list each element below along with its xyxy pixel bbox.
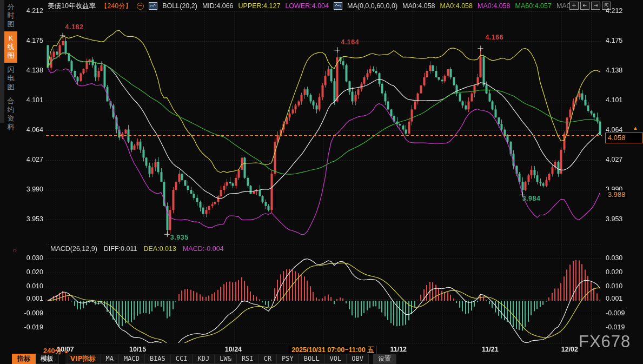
axis-tick: -0.019 [18, 323, 43, 331]
macd-settings-icon[interactable]: ☼ [12, 247, 17, 253]
toolbar-button-macd[interactable]: MACD [119, 354, 145, 364]
toolbar-button-boll[interactable]: BOLL [299, 354, 325, 364]
ma0-white-value: MA0:4.058 [402, 2, 435, 10]
time-label: 10/15 [129, 346, 146, 353]
axis-tick: 3.953 [18, 215, 43, 223]
ma-indicator-icon [334, 2, 342, 10]
axis-tick: -0.019 [606, 323, 640, 331]
boll-lower-value: LOWER:4.004 [285, 2, 329, 10]
axis-tick: 0.010 [18, 282, 43, 290]
axis-tick: 4.064 [18, 126, 43, 134]
axis-tick: 4.101 [606, 96, 640, 104]
toolbar-button-[interactable]: 设置 [373, 354, 396, 364]
axis-tick: 0.001 [606, 295, 640, 302]
time-axis: 10/0710/1510/242025/10/31 07:00~11:00 五1… [16, 345, 643, 354]
axis-right-icon[interactable]: ⇥ [591, 2, 600, 10]
instrument-title: 美债10年收益率 [48, 2, 96, 11]
toolbar-button-[interactable]: 指标 [12, 354, 36, 364]
ma60-value: MA60:4.057 [515, 2, 552, 10]
axis-tick: 4.138 [18, 67, 43, 74]
axis-tick: 0.001 [18, 295, 43, 302]
axis-tick: 0.010 [606, 282, 640, 290]
price-annotation: 4.164 [341, 38, 359, 46]
sidebar-edge-strip [0, 0, 4, 123]
toolbar-button-[interactable]: 模板 [36, 354, 59, 364]
ma0-yellow-value: MA0:4.058 [440, 2, 473, 10]
time-label: 11/12 [390, 346, 407, 353]
axis-tick: 4.027 [18, 156, 43, 163]
time-label: 10/07 [57, 346, 74, 353]
macd-header: MACD(26,12,9) DIFF:0.011 DEA:0.013 MACD:… [50, 245, 224, 253]
collapse-icon[interactable] [137, 3, 144, 10]
axis-tick: 3.990 [18, 186, 43, 193]
ma0-magenta-value: MA0:4.058 [478, 2, 510, 10]
left-axis: 4.2124.1754.1384.1014.0644.0273.9903.953… [18, 0, 43, 346]
time-label: 12/02 [561, 346, 578, 353]
boll-indicator-icon [149, 2, 157, 10]
axis-tick: 0.030 [18, 254, 43, 262]
toolbar-button-cci[interactable]: CCI [171, 354, 193, 364]
axis-tick: 4.212 [18, 7, 43, 15]
price-annotation: 4.166 [485, 34, 503, 41]
sidebar-item-flash-chart[interactable]: 闪电图 [4, 63, 17, 94]
macd-diff-value: DIFF:0.011 [104, 245, 137, 253]
toolbar-button-vol[interactable]: VOL [325, 354, 347, 364]
axis-tick: 4.027 [606, 156, 640, 163]
sidebar-item-kline-chart[interactable]: K线图 [4, 31, 17, 63]
toolbar-button-psy[interactable]: PSY [277, 354, 299, 364]
boll-label: BOLL(20,2) [162, 2, 197, 10]
period-badge[interactable]: 【240分】 [101, 2, 132, 11]
axis-left-icon[interactable]: ⇤ [580, 2, 589, 10]
macd-dea-value: DEA:0.013 [143, 245, 176, 253]
boll-mid-value: MID:4.066 [202, 2, 234, 10]
app-window: { "header": { "title": "美债10年收益率", "peri… [0, 0, 643, 364]
price-annotation: 4.182 [65, 23, 84, 31]
chart-canvas[interactable] [0, 0, 643, 364]
toolbar-button-kdj[interactable]: KDJ [193, 354, 215, 364]
price-arrow-icon: ▲ [633, 125, 638, 131]
time-label: 10/24 [225, 346, 242, 353]
axis-tick: 4.175 [606, 37, 640, 44]
view-sidebar: 分时图 K线图 闪电图 合约资料 [4, 0, 17, 364]
secondary-price-tag: 3.988 [606, 190, 627, 198]
sidebar-item-time-chart[interactable]: 分时图 [4, 0, 17, 31]
toolbar-button-cr[interactable]: CR [259, 354, 277, 364]
macd-macd-value: MACD:-0.004 [183, 245, 224, 253]
axis-tick: 4.212 [606, 7, 640, 15]
toolbar-button-lw[interactable]: LW& [215, 354, 237, 364]
axis-tick: 4.138 [606, 67, 640, 74]
axis-tick: 0.030 [606, 254, 640, 262]
macd-label: MACD(26,12,9) [50, 245, 97, 253]
indicator-toolbar: 指标模板VIP指标MAMACDBIASCCIKDJLW&RSICRPSYBOLL… [12, 354, 396, 364]
axis-tick: 4.101 [18, 96, 43, 104]
axis-tick: 0.020 [18, 268, 43, 276]
price-annotation: 3.935 [170, 234, 189, 241]
chart-header: 美债10年收益率 【240分】 BOLL(20,2) MID:4.066 UPP… [16, 1, 643, 11]
price-annotation: 3.984 [522, 195, 541, 202]
sidebar-item-contract-info[interactable]: 合约资料 [4, 94, 17, 134]
axis-tick: 4.175 [18, 37, 43, 44]
toolbar-button-vip[interactable]: VIP指标 [65, 354, 101, 364]
time-label: 11/21 [482, 346, 499, 353]
axis-tick: 0.020 [606, 268, 640, 276]
crosshair-icon[interactable]: ✛ [569, 2, 579, 10]
ma-label: MA(0,0,0,60,0,0) [347, 2, 397, 10]
toolbar-button-ma[interactable]: MA [101, 354, 119, 364]
axis-tick: -0.009 [18, 309, 43, 317]
toolbar-button-obv[interactable]: OBV [347, 354, 369, 364]
right-axis: 4.2124.1754.1384.1014.0644.0273.9903.953… [606, 0, 640, 346]
toolbar-button-rsi[interactable]: RSI [237, 354, 259, 364]
axis-tick: 3.953 [606, 215, 640, 223]
toolbar-button-bias[interactable]: BIAS [145, 354, 171, 364]
boll-upper-value: UPPER:4.127 [238, 2, 281, 10]
current-price-tag: 4.058 [605, 133, 643, 143]
chart-tool-icons: ✛ ⇤ ⇥ ⇱ [569, 2, 611, 10]
axis-tick: -0.009 [606, 309, 640, 317]
